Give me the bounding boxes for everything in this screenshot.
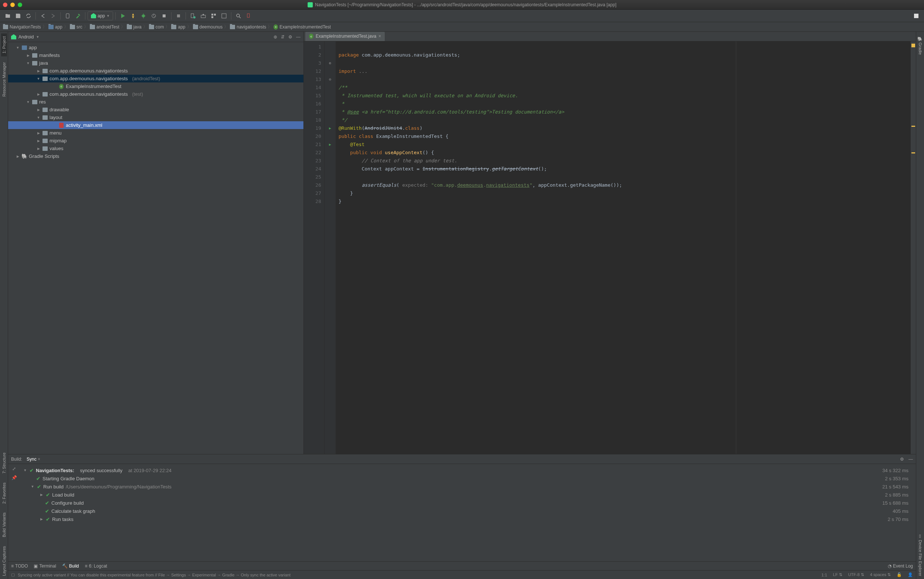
layout-inspector-icon[interactable] bbox=[219, 11, 229, 21]
hammer-icon[interactable] bbox=[73, 11, 83, 21]
tree-res[interactable]: ▼res bbox=[8, 98, 304, 106]
run-icon[interactable] bbox=[118, 11, 127, 21]
back-icon[interactable] bbox=[38, 11, 48, 21]
editor-tab-example[interactable]: c ExampleInstrumentedTest.java × bbox=[305, 32, 385, 41]
tree-values[interactable]: ▶values bbox=[8, 145, 304, 152]
build-expand-icon[interactable]: ⤢ bbox=[12, 466, 16, 471]
stop-icon[interactable] bbox=[174, 11, 183, 21]
tab-build[interactable]: 🔨 Build bbox=[62, 563, 79, 569]
tree-app[interactable]: ▼app bbox=[8, 44, 304, 51]
bottom-toolbar: ≡ TODO ▣ Terminal 🔨 Build ≡ 6: Logcat ◔ … bbox=[8, 561, 916, 570]
tree-layout[interactable]: ▼layout bbox=[8, 113, 304, 121]
save-icon[interactable] bbox=[13, 11, 23, 21]
project-tree[interactable]: ▼app ▶manifests ▼java ▶com.app.deemounus… bbox=[8, 42, 304, 454]
crumb-navigationtests[interactable]: navigationtests bbox=[230, 25, 266, 29]
folder-icon bbox=[70, 25, 75, 29]
code-editor[interactable]: package com.app.deemounus.navigationtest… bbox=[336, 41, 911, 454]
tab-gradle[interactable]: 🐘 Gradle bbox=[917, 33, 923, 58]
svg-rect-6 bbox=[201, 15, 206, 18]
hide-icon[interactable]: — bbox=[296, 34, 300, 39]
build-pin-icon[interactable]: 📌 bbox=[11, 475, 17, 480]
crumb-java[interactable]: java bbox=[127, 25, 142, 29]
svg-point-11 bbox=[237, 14, 240, 17]
tab-event-log[interactable]: ◔ Event Log bbox=[888, 563, 913, 569]
crumb-com[interactable]: com bbox=[149, 25, 164, 29]
tree-mipmap[interactable]: ▶mipmap bbox=[8, 137, 304, 145]
tab-resource-manager[interactable]: Resource Manager bbox=[1, 59, 7, 100]
tree-manifests[interactable]: ▶manifests bbox=[8, 51, 304, 59]
tree-pkg-main[interactable]: ▶com.app.deemounus.navigationtests bbox=[8, 67, 304, 75]
tab-build-variants[interactable]: Build Variants bbox=[1, 509, 7, 540]
debug-icon[interactable] bbox=[139, 11, 148, 21]
crumb-app[interactable]: app bbox=[48, 25, 62, 29]
project-header: Android ▼ ⊕ ⇵ ⚙ — bbox=[8, 32, 304, 42]
tab-logcat[interactable]: ≡ 6: Logcat bbox=[85, 563, 107, 569]
close-tab-icon[interactable]: × bbox=[379, 34, 381, 39]
user-icon[interactable] bbox=[911, 11, 921, 21]
build-hide-icon[interactable]: — bbox=[908, 456, 913, 462]
forward-icon[interactable] bbox=[48, 11, 58, 21]
device-icon[interactable] bbox=[63, 11, 72, 21]
crumb-file[interactable]: cExampleInstrumentedTest bbox=[274, 25, 331, 29]
project-view-label[interactable]: Android bbox=[18, 34, 34, 39]
locate-icon[interactable]: ⊕ bbox=[274, 34, 277, 39]
build-tab-sync[interactable]: Sync × bbox=[27, 455, 40, 464]
run-config-selector[interactable]: app ▼ bbox=[88, 11, 113, 20]
avd-manager-icon[interactable] bbox=[188, 11, 198, 21]
file-encoding[interactable]: UTF-8 ⇅ bbox=[848, 572, 864, 577]
build-settings-icon[interactable]: ⚙ bbox=[900, 456, 904, 462]
profile-icon[interactable] bbox=[149, 11, 158, 21]
editor-tab-label: ExampleInstrumentedTest.java bbox=[316, 34, 376, 39]
tab-terminal[interactable]: ▣ Terminal bbox=[34, 563, 56, 569]
tree-pkg-androidtest[interactable]: ▼com.app.deemounus.navigationtests (andr… bbox=[8, 75, 304, 82]
tab-device-file-explorer[interactable]: ▯ Device File Explorer bbox=[917, 531, 923, 579]
sync-icon[interactable] bbox=[24, 11, 33, 21]
window-minimize-button[interactable] bbox=[10, 3, 15, 7]
tab-layout-captures[interactable]: Layout Captures bbox=[1, 543, 7, 579]
window-close-button[interactable] bbox=[3, 3, 7, 7]
inspection-icon[interactable]: 👤 bbox=[908, 572, 913, 577]
tab-todo[interactable]: ≡ TODO bbox=[11, 563, 28, 569]
svg-rect-0 bbox=[66, 14, 69, 18]
svg-point-5 bbox=[193, 16, 196, 18]
attach-debugger-icon[interactable] bbox=[159, 11, 169, 21]
crumb-deemounus[interactable]: deemounus bbox=[193, 25, 223, 29]
open-file-icon[interactable] bbox=[3, 11, 13, 21]
cursor-position[interactable]: 1:1 bbox=[821, 573, 827, 577]
folder-icon bbox=[127, 25, 132, 29]
main-toolbar: app ▼ bbox=[0, 10, 924, 22]
status-icon[interactable]: ▢ bbox=[11, 572, 15, 577]
tree-gradle-scripts[interactable]: ▶🐘Gradle Scripts bbox=[8, 152, 304, 160]
crumb-src[interactable]: src bbox=[70, 25, 82, 29]
lock-icon[interactable]: 🔓 bbox=[897, 572, 902, 577]
stop-profiler-icon[interactable] bbox=[244, 11, 253, 21]
window-maximize-button[interactable] bbox=[18, 3, 22, 7]
tree-activity-main[interactable]: activity_main.xml bbox=[8, 121, 304, 129]
tab-project[interactable]: 1: Project bbox=[1, 33, 7, 56]
indent-setting[interactable]: 4 spaces ⇅ bbox=[870, 572, 891, 577]
editor-right-marks bbox=[911, 41, 916, 454]
tree-drawable[interactable]: ▶drawable bbox=[8, 106, 304, 113]
build-output-tree[interactable]: ▼✔NavigationTests: synced successfully a… bbox=[20, 464, 916, 561]
tab-favorites[interactable]: 2: Favorites bbox=[1, 479, 7, 507]
crumb-pkg-app[interactable]: app bbox=[171, 25, 185, 29]
tree-java[interactable]: ▼java bbox=[8, 59, 304, 67]
tab-structure[interactable]: 7: Structure bbox=[1, 450, 7, 477]
crumb-project[interactable]: NavigationTests bbox=[3, 25, 41, 29]
class-icon: c bbox=[274, 25, 278, 29]
folder-icon bbox=[149, 25, 154, 29]
apply-changes-icon[interactable] bbox=[128, 11, 138, 21]
sdk-manager-icon[interactable] bbox=[199, 11, 208, 21]
resource-manager-icon[interactable] bbox=[209, 11, 219, 21]
search-icon[interactable] bbox=[233, 11, 243, 21]
settings-icon[interactable]: ⚙ bbox=[288, 34, 292, 39]
svg-rect-8 bbox=[214, 14, 216, 16]
tree-menu[interactable]: ▶menu bbox=[8, 129, 304, 137]
android-studio-icon bbox=[307, 2, 313, 7]
crumb-androidtest[interactable]: androidTest bbox=[90, 25, 119, 29]
build-tab-build[interactable]: Build: bbox=[11, 455, 22, 464]
tree-pkg-test[interactable]: ▶com.app.deemounus.navigationtests (test… bbox=[8, 90, 304, 98]
tree-example-file[interactable]: cExampleInstrumentedTest bbox=[8, 82, 304, 90]
line-ending[interactable]: LF ⇅ bbox=[833, 572, 842, 577]
collapse-icon[interactable]: ⇵ bbox=[281, 34, 285, 39]
